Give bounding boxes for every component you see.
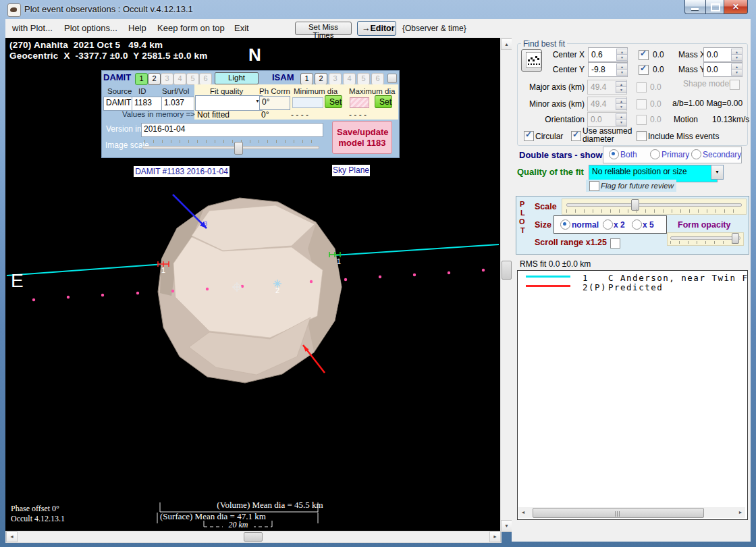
size-label: Size (535, 220, 551, 230)
editor-button[interactable]: →Editor (357, 21, 396, 36)
double-secondary-radio[interactable] (691, 149, 701, 159)
best-fit-chart-icon (526, 52, 541, 68)
size-x2-radio[interactable] (603, 219, 613, 230)
ph-corrn-field[interactable]: 0° (259, 96, 290, 110)
isam-tab-6: 6 (371, 73, 384, 85)
titlebar[interactable]: Plot event observations : Occult v.4.12.… (0, 0, 756, 19)
scroll-right-icon[interactable]: ► (736, 508, 745, 517)
minimize-icon (691, 8, 699, 10)
col-max-dia: Maximum dia (349, 87, 395, 95)
circular-checkbox[interactable] (524, 131, 534, 141)
surfvol-field: 1.037 (161, 97, 194, 111)
legend-hscrollbar[interactable]: ◄ ► (518, 507, 745, 518)
shape-model-checkbox (730, 80, 740, 90)
circular-label: Circular (535, 132, 563, 141)
assumed-diameter-checkbox[interactable] (571, 131, 581, 141)
plot-hscroll-thumb[interactable] (244, 532, 263, 542)
phase-offset-label: Phase offset 0° (11, 504, 59, 514)
legend-hscroll-thumb[interactable] (533, 508, 704, 518)
star-path-line-right (334, 244, 499, 255)
spin-down-icon[interactable]: ▼ (616, 54, 628, 61)
double-primary-radio[interactable] (650, 149, 660, 159)
include-miss-checkbox[interactable] (637, 131, 647, 141)
max-dia-set-button[interactable]: Set (375, 95, 392, 108)
assumed-diameter-label: Use assumed diameter (583, 127, 632, 143)
quality-label: Quality of the fit (517, 167, 584, 177)
col-fit-quality: Fit quality (210, 87, 243, 95)
mass-x-spinner[interactable]: 0.0 ▲▼ (703, 47, 742, 62)
major-axis-label: Major axis (km) (526, 82, 585, 92)
orientation-label: Orientation (526, 115, 585, 124)
minor-axis-lock-checkbox (637, 99, 647, 109)
flag-review-checkbox[interactable] (589, 181, 599, 191)
max-dia-field[interactable] (350, 97, 369, 108)
menu-help[interactable]: Help (128, 19, 146, 38)
damit-panel: DAMIT 1 2 3 4 5 6 Light curves ISAM 1 2 … (101, 70, 400, 158)
mass-y-spinner[interactable]: 0.0 ▲▼ (703, 62, 742, 77)
observer-time-label: {Observer & time} (402, 19, 466, 38)
scroll-range-checkbox[interactable] (610, 238, 620, 249)
find-best-fit-button[interactable] (521, 49, 542, 72)
double-stars-label: Double stars - show (519, 150, 603, 160)
col-surfvol: Surf/Vol (162, 87, 189, 95)
min-dia-set-button[interactable]: Set (325, 95, 342, 108)
damit-mini-button[interactable] (387, 74, 397, 83)
plot-vscroll-thumb[interactable] (502, 261, 512, 280)
center-y-label: Center Y (540, 65, 585, 74)
scroll-left-icon[interactable]: ◄ (6, 531, 18, 542)
fit-quality-combo[interactable]: ▼ (195, 95, 263, 111)
set-miss-times-button[interactable]: Set Miss Times (295, 22, 352, 35)
plot-hscrollbar[interactable]: ◄ ► (5, 531, 502, 543)
menu-exit[interactable]: Exit (234, 19, 249, 38)
menu-keep-on-top[interactable]: Keep form on top (157, 19, 225, 38)
window-title: Plot event observations : Occult v.4.12.… (24, 4, 193, 14)
size-normal-radio[interactable] (560, 219, 570, 230)
major-axis-spinner: 49.4 ▲▼ (587, 80, 627, 95)
geocentric-coords: Geocentric X -3377.7 ±0.0 Y 2581.5 ±0.0 … (9, 51, 208, 61)
legend-entry-num: 1 (583, 273, 589, 283)
center-y-spinner[interactable]: -9.8 ▲▼ (588, 62, 628, 77)
min-dia-field[interactable] (292, 97, 323, 108)
damit-tab-2[interactable]: 2 (148, 73, 161, 85)
light-curves-button[interactable]: Light curves (215, 72, 259, 84)
image-scale-slider[interactable] (234, 142, 243, 155)
menu-with-plot[interactable]: with Plot... (12, 19, 53, 38)
damit-tab-1[interactable]: 1 (135, 73, 148, 85)
quality-combo-arrow[interactable]: ▼ (711, 165, 724, 180)
spin-down-icon[interactable]: ▼ (731, 54, 742, 61)
minor-axis-label: Minor axis (km) (526, 99, 585, 109)
center-y-err: 0.0 (653, 65, 664, 74)
motion-value: 10.13km/s (712, 115, 749, 124)
damit-tab-6: 6 (199, 73, 212, 85)
center-x-spinner[interactable]: 0.6 ▲▼ (588, 47, 628, 62)
scroll-down-icon[interactable]: ▼ (501, 520, 512, 531)
save-update-button[interactable]: Save/update model 1183 (332, 121, 392, 154)
app-window: Plot event observations : Occult v.4.12.… (0, 0, 756, 547)
col-ph-corrn: Ph Corrn (259, 87, 290, 95)
size-x5-radio[interactable] (632, 219, 642, 230)
col-id: ID (138, 87, 146, 95)
menubar: with Plot... Plot options... Help Keep f… (5, 19, 751, 38)
isam-tab-2[interactable]: 2 (315, 73, 327, 85)
minimize-button[interactable] (684, 0, 706, 14)
center-y-lock-checkbox[interactable] (639, 65, 649, 75)
maximize-button[interactable] (705, 0, 724, 14)
scroll-left-icon[interactable]: ◄ (518, 508, 528, 517)
legend-listbox[interactable]: 1 C Anderson, near Twin F 2(P) Predicted… (517, 270, 748, 520)
isam-tab-4: 4 (343, 73, 356, 85)
plot-letter-p: P (520, 200, 524, 208)
spin-down-icon[interactable]: ▼ (616, 69, 628, 76)
scroll-up-icon[interactable]: ▲ (501, 38, 512, 50)
damit-label: DAMIT (103, 72, 131, 82)
motion-label: Motion (674, 115, 698, 124)
menu-plot-options[interactable]: Plot options... (64, 19, 117, 38)
scroll-right-icon[interactable]: ► (489, 531, 501, 542)
sky-plane-plot[interactable]: (270) Anahita 2021 Oct 5 49.4 km Geocent… (5, 38, 500, 531)
double-both-label: Both (620, 150, 637, 159)
close-button[interactable]: ✕ (724, 0, 748, 14)
spin-down-icon[interactable]: ▼ (731, 69, 742, 76)
double-both-radio[interactable] (609, 149, 619, 159)
version-info-field[interactable]: 2016-01-04 (141, 123, 323, 137)
isam-tab-1[interactable]: 1 (300, 73, 313, 85)
center-x-lock-checkbox[interactable] (639, 50, 649, 60)
